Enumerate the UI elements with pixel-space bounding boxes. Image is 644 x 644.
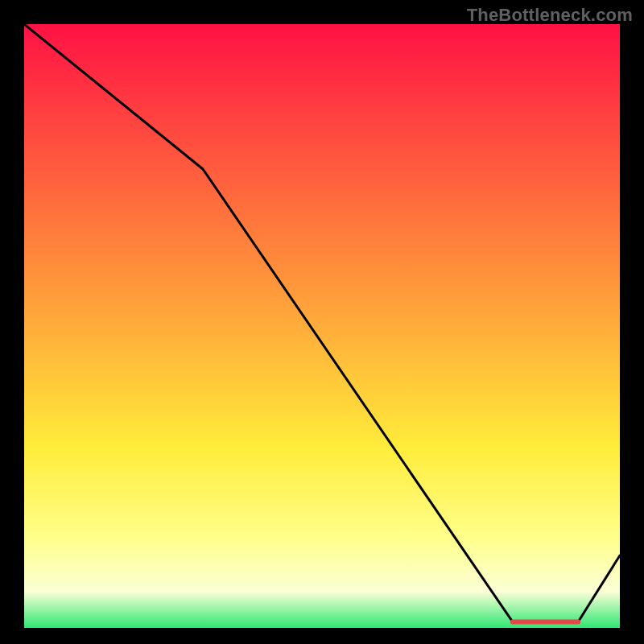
chart-container: TheBottleneck.com xyxy=(0,0,644,644)
watermark-text: TheBottleneck.com xyxy=(467,5,633,26)
plot-area xyxy=(24,24,620,628)
gradient-background xyxy=(24,24,620,628)
chart-svg xyxy=(24,24,620,628)
